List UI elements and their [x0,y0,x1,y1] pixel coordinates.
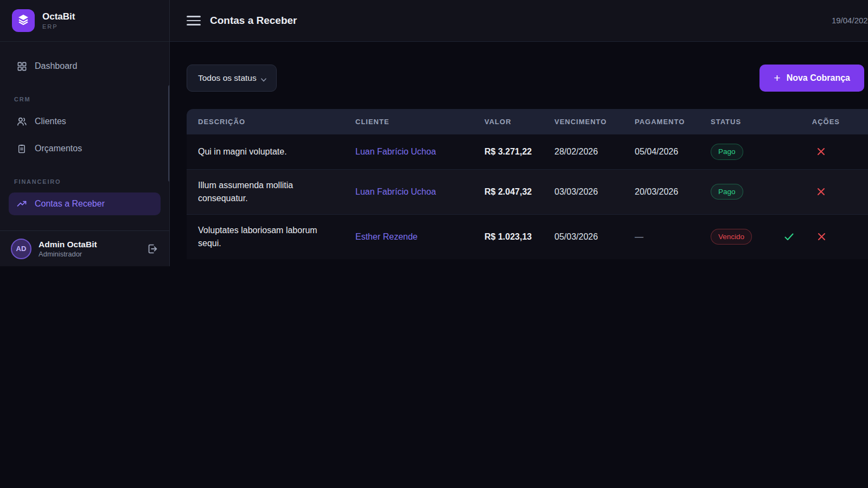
main-area: Contas a Receber 19/04/2026 Todos os sta… [170,0,868,266]
sidebar-item-label: Clientes [35,117,66,126]
row-actions [803,147,868,156]
cell-descricao: Qui in magni voluptate. [187,134,355,170]
user-panel: AD Admin OctaBit Administrador [0,230,169,266]
brand-text: OctaBit ERP [42,11,75,30]
layers-icon [17,13,30,28]
delete-icon[interactable] [816,187,826,196]
sidebar-section-financeiro: FINANCEIRO [14,178,155,185]
delete-icon[interactable] [816,147,826,156]
table-row: Illum assumenda mollitia consequatur. Lu… [187,169,868,214]
chevron-down-icon [261,74,266,84]
table-row: Voluptates laboriosam laborum sequi. Est… [187,214,868,259]
sidebar-item-clientes[interactable]: Clientes [9,110,161,133]
sidebar-section-crm: CRM [14,96,155,102]
sidebar-item-orcamentos[interactable]: Orçamentos [9,137,161,160]
cell-descricao: Illum assumenda mollitia consequatur. [187,169,355,214]
new-charge-button-label: Nova Cobrança [787,73,850,83]
table-row: Qui in magni voluptate. Luan Fabrício Uc… [187,134,868,170]
brand-logo [12,9,35,32]
cell-valor: R$ 3.271,22 [484,134,554,170]
cell-descricao: Voluptates laboriosam laborum sequi. [187,214,355,259]
col-header-pagamento: PAGAMENTO [635,109,711,134]
cell-pagamento: — [635,214,711,259]
status-badge: Pago [711,144,743,160]
status-filter-select[interactable]: Todos os status [187,65,277,92]
topbar: Contas a Receber 19/04/2026 [170,0,868,42]
receivables-table-card: DESCRIÇÃO CLIENTE VALOR VENCIMENTO PAGAM… [187,109,868,259]
col-header-vencimento: VENCIMENTO [554,109,635,134]
cell-valor: R$ 2.047,32 [484,169,554,214]
cell-vencimento: 05/03/2026 [554,214,635,259]
row-actions [803,187,868,196]
content: Todos os status + Nova Cobrança [170,42,868,259]
current-date: 19/04/2026 [832,16,868,25]
receivables-table: DESCRIÇÃO CLIENTE VALOR VENCIMENTO PAGAM… [187,109,868,259]
brand-name: OctaBit [42,11,75,22]
mark-paid-icon[interactable] [784,232,794,241]
row-actions [803,232,868,241]
toolbar: Todos os status + Nova Cobrança [187,65,864,92]
cell-pagamento: 05/04/2026 [635,134,711,170]
cell-valor: R$ 1.023,13 [484,214,554,259]
cell-vencimento: 28/02/2026 [554,134,635,170]
col-header-cliente: CLIENTE [355,109,484,134]
hamburger-menu-icon[interactable] [187,16,201,25]
sidebar-nav: Dashboard CRM Clientes Orçamentos FINANC… [0,42,169,230]
sidebar-item-label: Orçamentos [35,144,82,153]
table-header-row: DESCRIÇÃO CLIENTE VALOR VENCIMENTO PAGAM… [187,109,868,134]
sidebar-header: OctaBit ERP [0,0,169,42]
col-header-valor: VALOR [484,109,554,134]
client-link[interactable]: Esther Rezende [355,232,418,241]
user-role: Administrador [39,250,139,258]
app-window: OctaBit ERP Dashboard CRM Clientes [0,0,868,266]
user-meta: Admin OctaBit Administrador [39,239,139,258]
sidebar-item-label: Contas a Receber [35,199,105,209]
user-name: Admin OctaBit [39,239,139,249]
cell-vencimento: 03/03/2026 [554,169,635,214]
status-filter-value: Todos os status [198,73,257,83]
sidebar-scrollbar[interactable] [168,85,169,182]
delete-icon[interactable] [818,232,826,241]
clipboard-icon [16,143,27,154]
status-badge: Pago [711,184,743,200]
sidebar-item-label: Dashboard [35,61,77,71]
col-header-descricao: DESCRIÇÃO [187,109,355,134]
col-header-status: STATUS [711,109,803,134]
sidebar-item-dashboard[interactable]: Dashboard [9,55,161,78]
avatar: AD [11,239,31,259]
client-link[interactable]: Luan Fabrício Uchoa [355,147,436,156]
users-icon [16,116,27,127]
client-link[interactable]: Luan Fabrício Uchoa [355,187,436,196]
brand-subtitle: ERP [42,23,75,30]
status-badge: Vencido [711,229,752,245]
grid-icon [16,61,27,72]
sidebar: OctaBit ERP Dashboard CRM Clientes [0,0,170,266]
plus-icon: + [774,72,780,84]
cell-pagamento: 20/03/2026 [635,169,711,214]
new-charge-button[interactable]: + Nova Cobrança [760,65,864,92]
logout-icon[interactable] [146,243,158,255]
sidebar-item-contas-a-receber[interactable]: Contas a Receber [9,192,161,215]
col-header-acoes: AÇÕES [803,109,868,134]
trending-up-icon [16,198,27,209]
page-title: Contas a Receber [210,15,297,27]
